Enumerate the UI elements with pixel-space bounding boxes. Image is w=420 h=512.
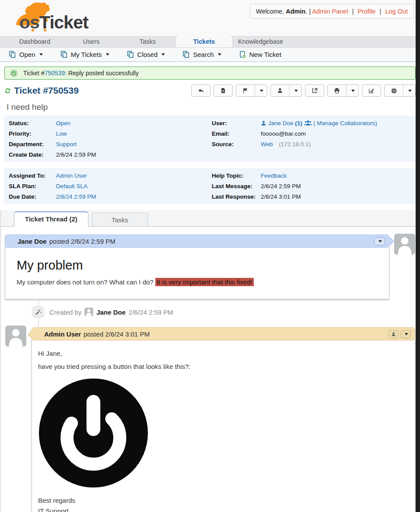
sla-plan-label: SLA Plan: — [7, 181, 54, 191]
message-author: Jane Doe — [18, 238, 47, 245]
status-value[interactable]: Open — [56, 120, 70, 126]
flag-button[interactable] — [236, 85, 255, 96]
flag-icon — [242, 88, 248, 94]
chevron-down-icon — [161, 53, 165, 56]
source-value[interactable]: Web — [261, 141, 273, 147]
assigned-to-value[interactable]: Admin User — [56, 172, 87, 179]
print-button[interactable] — [328, 85, 346, 96]
ticket-info-right: User: Jane Doe (1) ( Manage Collaborator… — [210, 118, 413, 160]
tab-tickets[interactable]: Tickets — [176, 36, 232, 47]
assign-user-button[interactable] — [271, 85, 289, 96]
admin-panel-link[interactable]: Admin Panel — [312, 8, 348, 15]
tab-knowledgebase[interactable]: Knowledgebase — [232, 36, 289, 47]
thread-message-client: Jane Doe posted 2/6/24 2:59 PM My proble… — [5, 235, 415, 299]
message-options-button[interactable] — [374, 237, 385, 245]
ticket-stack-icon — [127, 51, 134, 58]
tab-tasks[interactable]: Tasks — [119, 36, 176, 47]
sla-plan-value[interactable]: Default SLA — [56, 183, 88, 189]
subnav-closed[interactable]: Closed — [127, 51, 165, 58]
email-value: fooooo@bar.com — [259, 128, 413, 139]
osticket-logo[interactable]: osTicket — [4, 2, 104, 34]
scrollbar[interactable] — [416, 0, 420, 512]
last-message-value: 2/6/24 2:59 PM — [259, 181, 413, 191]
edit-button[interactable] — [362, 85, 381, 96]
department-value[interactable]: Support — [56, 141, 77, 147]
message-posted: posted 2/6/24 3:01 PM — [84, 330, 150, 338]
tab-tasks[interactable]: Tasks — [92, 213, 148, 226]
manage-collaborators-link[interactable]: ( Manage Collaborators) — [313, 120, 377, 126]
ticket-stack-icon — [9, 51, 16, 58]
post-note-button[interactable] — [214, 85, 232, 96]
due-date-value[interactable]: 2/8/24 2:59 PM — [56, 193, 96, 200]
message-options-button[interactable] — [401, 330, 411, 338]
chevron-down-icon — [218, 53, 221, 56]
due-date-label: Due Date: — [7, 191, 54, 202]
profile-link[interactable]: Profile — [357, 8, 375, 15]
chevron-down-icon — [260, 90, 263, 92]
osticket-staff-panel: osTicket Welcome, Admin. | Admin Panel |… — [0, 0, 420, 512]
share-icon — [312, 88, 318, 94]
more-dropdown[interactable] — [403, 85, 415, 96]
collaborator-count: (1) — [295, 120, 302, 126]
event-prefix: Created by — [49, 309, 81, 316]
refresh-icon[interactable] — [4, 88, 11, 94]
message-body: My problem My computer does not turn on?… — [5, 246, 389, 299]
source-label: Source: — [210, 139, 259, 149]
current-username: Admin — [286, 8, 305, 15]
reply-button[interactable] — [192, 85, 210, 96]
last-response-value: 2/6/24 3:01 PM — [259, 191, 413, 202]
source-ip: (172.18.0.1) — [279, 141, 311, 147]
tab-users[interactable]: Users — [63, 36, 119, 47]
avatar-mini — [84, 308, 93, 316]
flag-dropdown[interactable] — [255, 85, 267, 96]
logout-link[interactable]: Log Out — [385, 8, 408, 15]
collaborators-group-icon — [304, 120, 312, 126]
tab-ticket-thread[interactable]: Ticket Thread (2) — [14, 211, 88, 227]
user-label: User: — [210, 118, 259, 128]
event-icon-badge — [32, 306, 44, 318]
user-name-link[interactable]: Jane Doe — [268, 120, 294, 126]
subnav-search[interactable]: Search — [182, 51, 221, 58]
logo-dot — [44, 29, 46, 32]
ticket-stack-icon — [60, 51, 68, 58]
highlighted-text: It is very important that this fixed! — [155, 278, 254, 286]
signature-line: IT Support — [38, 506, 409, 512]
event-text: Created by Jane Doe 2/6/24 2:59 PM — [49, 308, 173, 316]
user-icon — [261, 120, 266, 126]
subnav-open[interactable]: Open — [9, 51, 43, 58]
last-response-label: Last Response: — [210, 191, 259, 202]
assignment-right: Help Topic:Feedback Last Message:2/6/24 … — [210, 170, 413, 202]
message-header: Jane Doe posted 2/6/24 2:59 PM — [5, 235, 389, 248]
ticket-title: Ticket #750539 — [4, 85, 79, 96]
ticket-info-left: Status:Open Priority:Low Department:Supp… — [7, 118, 210, 160]
help-topic-value[interactable]: Feedback — [261, 172, 287, 179]
message-title: My problem — [17, 258, 383, 273]
assign-dropdown[interactable] — [289, 85, 301, 96]
subnav-new-ticket[interactable]: New Ticket — [239, 51, 281, 58]
reply-icon — [198, 88, 204, 94]
ticket-number-link[interactable]: 750539 — [45, 70, 65, 77]
message-posted: posted 2/6/24 2:59 PM — [49, 238, 116, 245]
priority-value[interactable]: Low — [56, 130, 67, 137]
chevron-down-icon — [294, 90, 298, 92]
print-dropdown[interactable] — [346, 85, 358, 96]
department-label: Department: — [7, 139, 54, 149]
thread-section: Ticket Thread (2) Tasks Jane Doe posted … — [0, 210, 420, 512]
chevron-down-icon — [351, 90, 355, 92]
message-author: Admin User — [44, 330, 81, 338]
ticket-toolbar — [191, 84, 416, 97]
timeline-dotted-line — [38, 301, 39, 305]
help-topic-label: Help Topic: — [210, 170, 259, 181]
share-button[interactable] — [305, 85, 324, 96]
message-body: Hi Jane, have you tried pressing a butto… — [32, 339, 415, 512]
more-settings-button[interactable] — [385, 85, 403, 96]
ticket-subject: I need help — [7, 102, 416, 112]
create-date-value: 2/6/24 2:59 PM — [54, 149, 210, 160]
tab-dashboard[interactable]: Dashboard — [7, 36, 63, 47]
edit-icon — [368, 88, 374, 94]
status-label: Status: — [7, 118, 54, 128]
ticket-info-block: Status:Open Priority:Low Department:Supp… — [4, 116, 416, 162]
assign-user-icon — [277, 88, 283, 94]
subnav-my-tickets[interactable]: My Tickets — [60, 51, 109, 58]
message-staff-button[interactable] — [388, 330, 399, 338]
